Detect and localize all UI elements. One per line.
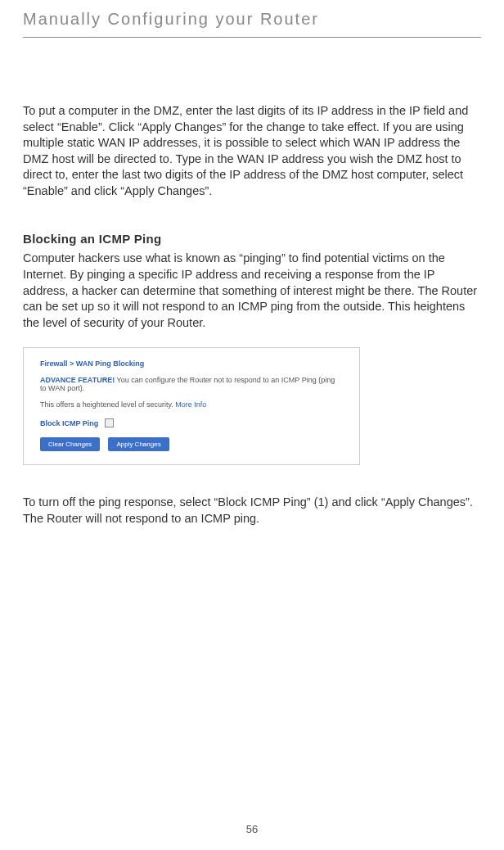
- more-info-link[interactable]: More Info: [175, 400, 206, 409]
- page-header: Manually Configuring your Router: [23, 0, 481, 38]
- turn-off-ping-paragraph: To turn off the ping response, select “B…: [23, 495, 481, 527]
- icmp-description-paragraph: Computer hackers use what is known as “p…: [23, 251, 481, 331]
- clear-changes-button[interactable]: Clear Changes: [40, 437, 100, 451]
- security-note-line: This offers a heightened level of securi…: [40, 400, 343, 409]
- block-icmp-checkbox[interactable]: [105, 418, 114, 427]
- block-icmp-label: Block ICMP Ping: [40, 419, 98, 427]
- page-content: To put a computer in the DMZ, enter the …: [23, 38, 481, 527]
- security-note-text: This offers a heightened level of securi…: [40, 400, 175, 409]
- advance-feature-line: ADVANCE FEATURE! You can configure the R…: [40, 376, 343, 392]
- block-icmp-row: Block ICMP Ping: [40, 418, 343, 427]
- advance-feature-label: ADVANCE FEATURE!: [40, 376, 115, 384]
- section-heading-blocking-icmp: Blocking an ICMP Ping: [23, 232, 481, 246]
- breadcrumb: Firewall > WAN Ping Blocking: [40, 359, 343, 368]
- router-ui-screenshot: Firewall > WAN Ping Blocking ADVANCE FEA…: [23, 347, 360, 465]
- dmz-paragraph: To put a computer in the DMZ, enter the …: [23, 103, 481, 199]
- page-number: 56: [0, 823, 504, 835]
- button-row: Clear Changes Apply Changes: [40, 437, 343, 451]
- page-title: Manually Configuring your Router: [23, 10, 481, 29]
- apply-changes-button[interactable]: Apply Changes: [108, 437, 169, 451]
